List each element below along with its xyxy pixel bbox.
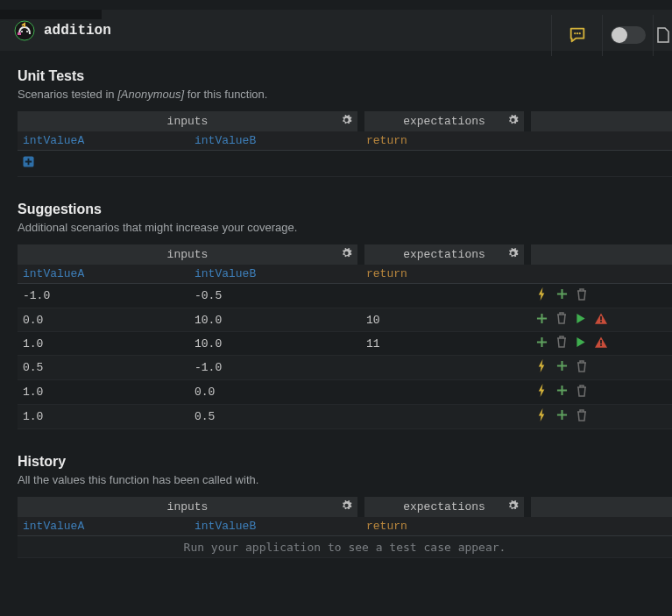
delete-suggestion-button[interactable] [556,336,567,351]
table-row: 0.5-1.0 [18,356,672,380]
delete-suggestion-button[interactable] [577,409,587,425]
cell-intvalueb[interactable]: 10.0 [189,332,361,356]
svg-rect-9 [600,321,602,322]
cell-actions [527,284,672,308]
add-suggestion-button[interactable] [536,336,548,351]
cell-return[interactable] [361,405,527,429]
section-unit-tests: Unit Tests Scenarios tested in [Anonymou… [18,68,672,177]
gear-icon[interactable] [341,499,352,514]
bolt-icon [536,387,548,400]
header-expectations: expectations [361,111,527,131]
cell-intvalueb[interactable]: 10.0 [189,308,361,332]
svg-rect-8 [600,315,602,319]
cell-intvalueb[interactable]: 0.5 [189,405,361,429]
svg-rect-3 [18,32,21,35]
title-bar: addition [0,0,672,51]
section-title: History [18,454,672,470]
header-actions [527,111,672,131]
toolbar-right [551,19,672,51]
run-suggestion-button[interactable] [536,359,548,376]
add-suggestion-button[interactable] [536,313,548,328]
gear-icon[interactable] [341,247,352,262]
cell-intvalueb[interactable]: -0.5 [189,284,361,308]
add-suggestion-button[interactable] [556,288,568,303]
cell-return[interactable]: 11 [361,332,527,356]
cell-intvaluea[interactable]: 1.0 [18,332,189,356]
col-intvalueb: intValueB [189,265,361,284]
theme-toggle[interactable] [602,15,653,56]
header-actions [527,244,672,265]
gear-icon[interactable] [507,247,519,262]
trash-icon [556,315,567,328]
cell-actions [527,356,672,380]
app-logo-icon [14,20,35,41]
svg-point-4 [574,32,576,34]
header-inputs-label: inputs [167,500,209,513]
add-icon [556,362,568,375]
delete-suggestion-button[interactable] [577,288,587,304]
cell-intvaluea[interactable]: 0.0 [18,308,189,332]
col-return: return [361,265,527,284]
add-icon [556,411,568,424]
section-title: Suggestions [18,202,672,217]
gear-icon[interactable] [507,499,519,514]
header-expectations-label: expectations [403,500,485,513]
unit-tests-table: inputs expectations intValueA intValueB … [18,111,672,177]
col-blank [527,131,672,151]
col-intvalueb: intValueB [189,131,361,151]
section-subtitle: All the values this function has been ca… [18,473,672,486]
feedback-button[interactable] [551,15,602,56]
cell-intvaluea[interactable]: 1.0 [18,380,189,405]
cell-intvalueb[interactable]: 0.0 [189,380,361,405]
cell-return[interactable]: 10 [361,308,527,332]
warn-icon [595,315,607,328]
delete-suggestion-button[interactable] [577,385,587,400]
cell-return[interactable] [361,356,527,380]
table-row: 0.010.010 [18,308,672,332]
play-icon [576,315,586,328]
warn-icon [595,338,607,351]
table-row: 1.010.011 [18,332,672,356]
header-actions [527,497,672,517]
svg-point-1 [21,31,23,32]
warning-badge [595,336,607,351]
play-suggestion-button[interactable] [576,336,586,351]
cell-intvaluea[interactable]: -1.0 [18,284,189,308]
add-suggestion-button[interactable] [556,385,568,400]
col-return: return [361,131,527,151]
add-row[interactable] [18,151,672,177]
empty-state-row: Run your application to see a test case … [18,536,672,558]
gear-icon[interactable] [341,114,352,129]
cell-return[interactable] [361,380,527,405]
toggle-track [611,26,646,44]
run-suggestion-button[interactable] [536,384,548,400]
cell-intvalueb[interactable]: -1.0 [189,356,361,380]
subtitle-pre: Scenarios tested in [18,88,117,101]
play-icon [576,338,586,351]
run-suggestion-button[interactable] [536,287,548,304]
delete-suggestion-button[interactable] [577,360,587,376]
svg-point-6 [578,32,580,34]
cell-intvaluea[interactable]: 1.0 [18,405,189,429]
gear-icon[interactable] [507,114,519,129]
add-suggestion-button[interactable] [556,409,568,424]
cell-intvaluea[interactable]: 0.5 [18,356,189,380]
add-suggestion-button[interactable] [556,360,568,375]
svg-rect-11 [600,344,602,346]
warning-badge [595,313,607,328]
run-suggestion-button[interactable] [536,408,548,425]
header-inputs: inputs [18,111,361,131]
svg-point-5 [576,32,577,34]
trash-icon [556,338,567,351]
add-icon [536,315,548,328]
header-expectations: expectations [361,497,527,517]
svg-point-2 [26,31,28,32]
cell-return[interactable] [361,284,527,308]
delete-suggestion-button[interactable] [556,312,567,328]
play-suggestion-button[interactable] [576,313,586,328]
table-row: -1.0-0.5 [18,284,672,308]
cell-actions [527,308,672,332]
subtitle-em: [Anonymous] [117,88,184,101]
overflow-button[interactable] [653,15,672,56]
cell-actions [527,380,672,405]
